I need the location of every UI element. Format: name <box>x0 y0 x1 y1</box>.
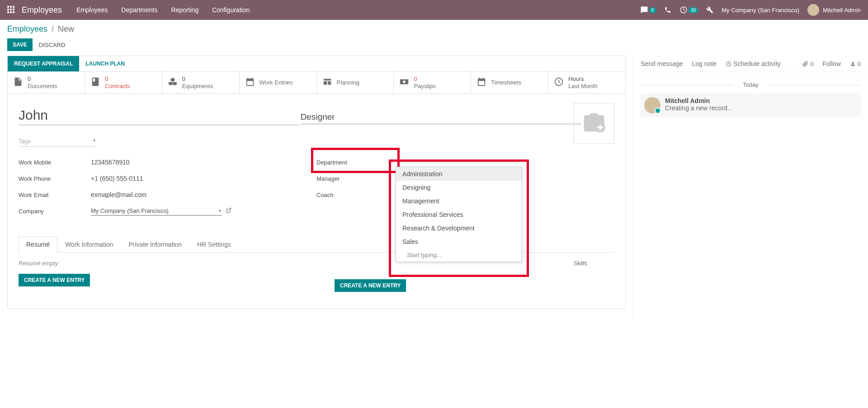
user-name: Mitchell Admin <box>823 7 861 14</box>
debug-icon[interactable] <box>706 6 713 14</box>
stat-timesheets[interactable]: Timesheets <box>471 72 548 94</box>
dropdown-item[interactable]: Administration <box>396 167 522 181</box>
log-note-link[interactable]: Log note <box>692 60 717 67</box>
stat-payslips[interactable]: 0Payslips <box>394 72 471 94</box>
menu-departments[interactable]: Departments <box>121 6 157 14</box>
create-skill-entry-button[interactable]: CREATE A NEW ENTRY <box>335 279 406 292</box>
tab-hr-settings[interactable]: HR Settings <box>189 236 239 252</box>
money-icon <box>399 77 409 89</box>
work-mobile-value[interactable]: 12345678910 <box>91 159 130 166</box>
book-icon <box>90 77 100 89</box>
calendar2-icon <box>476 77 486 89</box>
external-link-icon[interactable] <box>226 207 231 215</box>
top-nav: Employees Employees Departments Reportin… <box>0 0 868 20</box>
dropdown-footer: Start typing... <box>396 249 522 262</box>
company-selector[interactable]: My Company (San Francisco) <box>722 7 799 14</box>
menu-reporting[interactable]: Reporting <box>171 6 198 14</box>
stat-documents[interactable]: 0Documents <box>8 72 85 94</box>
tab-work-info[interactable]: Work Information <box>57 236 121 252</box>
work-phone-value[interactable]: +1 (650) 555-0111 <box>91 175 143 182</box>
planning-icon <box>322 77 332 89</box>
chat-icon[interactable]: 8 <box>640 6 656 14</box>
breadcrumb-root[interactable]: Employees <box>7 24 47 33</box>
manager-label: Manager <box>316 175 389 182</box>
stat-buttons: 0Documents 0Contracts 0Equipments Work E… <box>7 72 626 94</box>
resume-empty-msg: Resumé empty <box>19 260 298 267</box>
follower-count[interactable]: 0 <box>850 61 861 67</box>
status-bar: REQUEST APPRAISAL LAUNCH PLAN <box>7 56 626 72</box>
chat-badge: 8 <box>649 7 656 13</box>
stat-work-entries[interactable]: Work Entries <box>240 72 317 94</box>
company-label: Company <box>19 208 91 215</box>
breadcrumb-current: New <box>58 24 74 33</box>
cubes-icon <box>168 77 178 89</box>
department-label: Department <box>316 159 389 166</box>
work-phone-label: Work Phone <box>19 175 91 182</box>
dropdown-item[interactable]: Research & Development <box>396 221 522 235</box>
work-mobile-label: Work Mobile <box>19 159 91 166</box>
company-select[interactable]: My Company (San Francisco)▼ <box>91 206 222 216</box>
document-icon <box>13 77 23 89</box>
stat-equipments[interactable]: 0Equipments <box>162 72 240 94</box>
stat-planning[interactable]: Planning <box>317 72 394 94</box>
message-body: Creating a new record... <box>665 104 732 112</box>
tags-input[interactable]: Tags <box>19 136 95 147</box>
schedule-activity-link[interactable]: Schedule activity <box>726 60 781 67</box>
user-avatar-icon <box>807 4 819 16</box>
main-menu: Employees Departments Reporting Configur… <box>76 6 250 14</box>
activity-badge: 30 <box>689 7 698 13</box>
menu-employees[interactable]: Employees <box>76 6 108 14</box>
calendar-icon <box>245 77 255 89</box>
stat-contracts[interactable]: 0Contracts <box>85 72 162 94</box>
chat-message: Mitchell Admin Creating a new record... <box>641 94 861 117</box>
department-dropdown: Administration Designing Management Prof… <box>396 167 522 262</box>
form-sheet: Tags Work Mobile12345678910 Work Phone+1… <box>7 94 626 309</box>
dropdown-item[interactable]: Designing <box>396 181 522 194</box>
attachment-count[interactable]: 0 <box>802 61 813 67</box>
discard-button[interactable]: DISCARD <box>39 42 66 48</box>
chat-date-separator: Today <box>641 81 861 88</box>
phone-icon[interactable] <box>664 6 671 14</box>
work-email-label: Work Email <box>19 192 91 198</box>
dropdown-item[interactable]: Professional Services <box>396 208 522 221</box>
follow-button[interactable]: Follow <box>822 60 840 67</box>
activity-icon[interactable]: 30 <box>679 6 698 14</box>
stat-hours[interactable]: HoursLast Month <box>548 72 625 94</box>
user-menu[interactable]: Mitchell Admin <box>807 4 861 16</box>
work-email-value[interactable]: exmaple@mail.com <box>91 191 146 198</box>
dropdown-item[interactable]: Management <box>396 194 522 208</box>
job-title-input[interactable] <box>301 110 581 124</box>
message-avatar-icon <box>644 97 660 113</box>
coach-label: Coach <box>316 192 389 198</box>
message-author: Mitchell Admin <box>665 97 732 104</box>
tabs: Resumé Work Information Private Informat… <box>19 236 614 253</box>
send-message-link[interactable]: Send message <box>641 60 683 67</box>
request-appraisal-button[interactable]: REQUEST APPRAISAL <box>8 56 79 71</box>
tab-resume[interactable]: Resumé <box>19 236 57 253</box>
menu-configuration[interactable]: Configuration <box>212 6 250 14</box>
brand-title: Employees <box>22 5 62 15</box>
save-button[interactable]: SAVE <box>7 38 33 51</box>
chatter: Send message Log note Schedule activity … <box>633 56 868 318</box>
breadcrumb: Employees / New <box>7 24 861 34</box>
apps-icon[interactable] <box>7 6 15 14</box>
photo-upload[interactable] <box>574 103 614 144</box>
clock-icon <box>554 77 564 89</box>
tab-private-info[interactable]: Private Information <box>121 236 189 252</box>
launch-plan-button[interactable]: LAUNCH PLAN <box>79 56 131 71</box>
employee-name-input[interactable] <box>19 106 299 125</box>
create-resume-entry-button[interactable]: CREATE A NEW ENTRY <box>19 274 90 286</box>
dropdown-item[interactable]: Sales <box>396 235 522 249</box>
